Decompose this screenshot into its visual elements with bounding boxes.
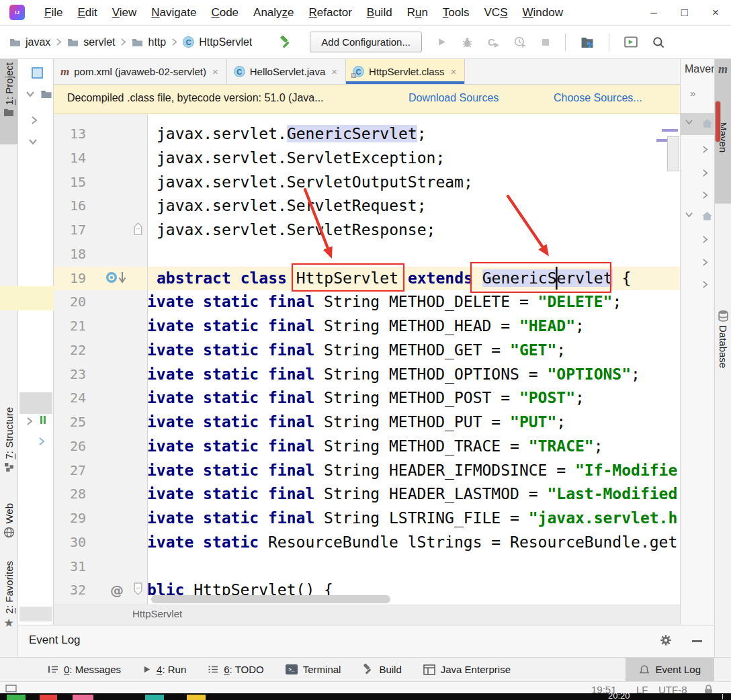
breadcrumb-servlet[interactable]: servlet <box>83 36 115 48</box>
menu-item-window[interactable]: Window <box>515 6 570 19</box>
code-text[interactable]: javax.servlet.ServletResponse; <box>157 218 435 243</box>
menu-item-build[interactable]: Build <box>359 6 400 19</box>
code-text[interactable]: ivate static final String METHOD_OPTIONS… <box>147 363 640 387</box>
vertical-scrollbar-thumb[interactable] <box>667 136 679 171</box>
menu-item-tools[interactable]: Tools <box>435 6 477 19</box>
project-panel[interactable] <box>18 59 54 625</box>
maximize-button[interactable]: □ <box>669 6 700 19</box>
breadcrumb-httpservlet[interactable]: HttpServlet <box>199 36 252 48</box>
bookmark-up-icon[interactable] <box>133 222 143 235</box>
tab-helloservlet-java[interactable]: CHelloServlet.java× <box>227 59 346 84</box>
taskbar-app-icon[interactable] <box>7 695 26 700</box>
chevron-right-icon[interactable] <box>26 417 34 426</box>
horizontal-scrollbar-thumb[interactable] <box>151 595 390 603</box>
download-sources-link[interactable]: Download Sources <box>408 92 499 104</box>
chevron-down-icon[interactable] <box>685 211 693 218</box>
menu-item-refactor[interactable]: Refactor <box>302 6 359 19</box>
chevron-right-icon[interactable] <box>30 116 38 125</box>
menu-item-navigate[interactable]: Navigate <box>144 6 204 19</box>
maven-tree-row[interactable] <box>681 253 714 275</box>
at-icon[interactable]: @ <box>110 582 124 599</box>
add-configuration-button[interactable]: Add Configuration... <box>310 32 422 52</box>
tool-stripe-web[interactable]: Web <box>0 500 17 548</box>
build-project-button[interactable] <box>279 36 292 49</box>
choose-sources-link[interactable]: Choose Sources... <box>554 92 642 104</box>
run-anything-button[interactable] <box>624 36 638 48</box>
chevron-right-icon[interactable] <box>701 145 709 154</box>
tab-close-icon[interactable]: × <box>331 66 337 77</box>
tab-pom-xml-javaweb-02-servlet[interactable]: mpom.xml (javaweb-02-servlet)× <box>54 59 227 84</box>
toolwindow-button-4-run[interactable]: 4: Run <box>132 658 197 681</box>
chevron-right-icon[interactable] <box>701 191 709 200</box>
code-text[interactable]: javax.servlet.ServletException; <box>157 146 445 171</box>
breadcrumb-class[interactable]: HttpServlet <box>132 608 182 619</box>
run-with-coverage-button[interactable]: C <box>488 36 499 48</box>
taskbar-app-icon[interactable] <box>40 695 57 700</box>
toolwindow-button-terminal[interactable]: >_Terminal <box>275 658 352 681</box>
maven-tree-row[interactable] <box>681 206 714 228</box>
code-text[interactable]: abstract class HttpServlet extends Gener… <box>157 267 631 291</box>
chevron-down-icon[interactable] <box>28 138 38 146</box>
tool-stripe-2-favorites[interactable]: 2: Favorites★ <box>0 558 17 649</box>
toolwindow-button-java-enterprise[interactable]: Java Enterprise <box>413 658 521 681</box>
code-editor[interactable]: 13javax.servlet.GenericServlet;14javax.s… <box>54 114 680 605</box>
chevron-right-icon[interactable] <box>701 258 709 267</box>
chevron-down-icon[interactable] <box>685 118 693 126</box>
maven-tree-row[interactable] <box>681 163 714 185</box>
bookmark-down-icon[interactable] <box>133 582 143 595</box>
toolwindow-button-6-todo[interactable]: 6: TODO <box>197 658 274 681</box>
profiler-button[interactable] <box>514 36 526 48</box>
tab-httpservlet-class[interactable]: CHttpServlet.class× <box>346 59 465 84</box>
code-text[interactable]: ivate static final String HEADER_IFMODSI… <box>147 459 677 483</box>
tool-stripe-7-structure[interactable]: 7: Structure <box>0 404 17 488</box>
code-text[interactable]: ivate static final String METHOD_POST = … <box>147 386 585 410</box>
run-button[interactable] <box>437 37 447 47</box>
toolwindow-button-event-log[interactable]: Event Log <box>626 658 714 681</box>
breadcrumb-javax[interactable]: javax <box>26 36 50 48</box>
code-text[interactable]: ivate static final String METHOD_DELETE … <box>147 290 621 314</box>
maven-tree-row[interactable] <box>681 275 714 297</box>
taskbar-app-icon[interactable] <box>73 695 93 700</box>
menu-item-analyze[interactable]: Analyze <box>246 6 302 19</box>
minimize-button[interactable]: – <box>638 6 669 19</box>
horizontal-scrollbar[interactable] <box>19 607 52 621</box>
hide-panel-icon[interactable]: » <box>690 87 695 99</box>
toolwindow-button-0-messages[interactable]: 0: Messages <box>37 658 132 681</box>
code-text[interactable]: ivate static ResourceBundle lStrings = R… <box>147 531 677 555</box>
code-text[interactable]: ivate static final String LSTRING_FILE =… <box>147 507 677 531</box>
override-icon[interactable] <box>105 270 128 286</box>
tool-stripe-1-project[interactable]: 1: Project <box>0 59 17 144</box>
code-text[interactable]: ivate static final String METHOD_GET = "… <box>147 339 566 363</box>
tool-stripe-database[interactable]: Database <box>715 306 731 474</box>
maven-tree-row[interactable] <box>681 140 714 162</box>
code-text[interactable]: ivate static final String METHOD_HEAD = … <box>147 314 585 339</box>
debug-button[interactable] <box>462 36 473 48</box>
menu-item-vcs[interactable]: VCS <box>477 6 515 19</box>
tab-close-icon[interactable]: × <box>451 66 457 77</box>
chevron-right-icon[interactable] <box>38 437 46 446</box>
maven-tree-row[interactable] <box>681 113 714 135</box>
code-text[interactable]: ivate static final String METHOD_PUT = "… <box>147 410 566 435</box>
scroll-to-source-icon[interactable] <box>32 67 43 79</box>
gear-icon[interactable] <box>660 634 672 646</box>
menu-item-view[interactable]: View <box>105 6 144 19</box>
chevron-down-icon[interactable] <box>26 90 35 98</box>
chevron-right-icon[interactable] <box>701 235 709 244</box>
code-text[interactable]: javax.servlet.ServletRequest; <box>157 194 427 218</box>
taskbar-app-icon[interactable] <box>187 695 206 700</box>
maven-tool-window[interactable]: Maven » <box>680 59 714 625</box>
maven-tree-row[interactable] <box>681 230 714 252</box>
menu-item-file[interactable]: File <box>37 6 70 19</box>
menu-item-code[interactable]: Code <box>204 6 246 19</box>
tab-close-icon[interactable]: × <box>212 66 218 77</box>
taskbar-clock[interactable]: 20:20 <box>608 691 630 700</box>
code-text[interactable]: ivate static final String HEADER_LASTMOD… <box>147 482 677 507</box>
search-everywhere-button[interactable] <box>652 36 664 48</box>
hide-icon[interactable] <box>692 640 702 642</box>
menu-item-run[interactable]: Run <box>400 6 435 19</box>
code-text[interactable]: javax.servlet.GenericServlet; <box>157 122 427 146</box>
chevron-right-icon[interactable] <box>701 169 709 177</box>
code-text[interactable]: ivate static final String METHOD_TRACE =… <box>147 435 603 459</box>
stop-button[interactable] <box>541 38 550 47</box>
project-structure-button[interactable] <box>580 36 594 48</box>
